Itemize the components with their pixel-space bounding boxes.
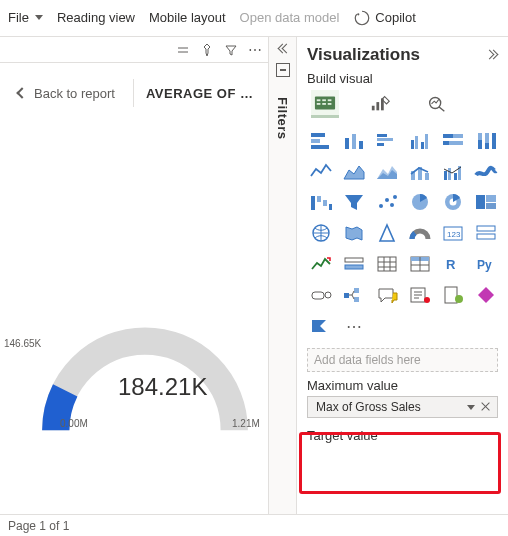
viz-clustered-column-icon[interactable]: [406, 128, 434, 152]
viz-waterfall-icon[interactable]: [307, 190, 335, 214]
viz-decomposition-tree-icon[interactable]: [340, 283, 368, 307]
svg-rect-5: [317, 103, 321, 105]
viz-clustered-bar-icon[interactable]: [373, 128, 401, 152]
svg-rect-20: [377, 143, 384, 146]
viz-azure-map-icon[interactable]: [373, 221, 401, 245]
filters-label: Filters: [275, 97, 290, 140]
visual-title: AVERAGE OF …: [146, 86, 254, 101]
svg-rect-69: [344, 293, 349, 298]
viz-scatter-icon[interactable]: [373, 190, 401, 214]
viz-filled-map-icon[interactable]: [340, 221, 368, 245]
back-to-report-button[interactable]: Back to report: [0, 86, 115, 101]
maximum-value-field-text: Max of Gross Sales: [316, 400, 421, 414]
visualizations-title: Visualizations: [307, 45, 420, 65]
viz-slicer-icon[interactable]: [340, 252, 368, 276]
viz-100-stacked-column-icon[interactable]: [472, 128, 500, 152]
viz-power-automate-icon[interactable]: [307, 314, 335, 338]
maximum-value-field[interactable]: Max of Gross Sales: [307, 396, 498, 418]
viz-qna-icon[interactable]: [373, 283, 401, 307]
viz-r-visual-icon[interactable]: R: [439, 252, 467, 276]
divider: [133, 79, 134, 107]
reading-view-button[interactable]: Reading view: [57, 10, 135, 25]
svg-rect-61: [345, 265, 363, 269]
svg-point-0: [357, 13, 359, 15]
drag-handle-icon[interactable]: [176, 43, 190, 57]
viz-more-button[interactable]: ⋯: [340, 314, 368, 338]
viz-power-apps-icon[interactable]: [472, 283, 500, 307]
remove-field-icon[interactable]: [479, 400, 493, 414]
viz-gauge-icon[interactable]: [406, 221, 434, 245]
svg-rect-12: [311, 133, 325, 137]
viz-stacked-area-icon[interactable]: [373, 159, 401, 183]
viz-area-icon[interactable]: [340, 159, 368, 183]
viz-table-icon[interactable]: [373, 252, 401, 276]
visual-toolbar: ⋯: [0, 37, 268, 63]
svg-rect-32: [485, 133, 489, 143]
viz-pie-icon[interactable]: [406, 190, 434, 214]
viz-funnel-icon[interactable]: [340, 190, 368, 214]
viz-paginated-report-icon[interactable]: [439, 283, 467, 307]
svg-rect-30: [478, 133, 482, 140]
target-value-label: Target value: [307, 428, 498, 443]
viz-key-influencers-icon[interactable]: [307, 283, 335, 307]
svg-rect-14: [311, 145, 329, 149]
svg-point-73: [424, 297, 430, 303]
report-canvas-column: ⋯ Back to report AVERAGE OF … 146.65K 18…: [0, 36, 268, 514]
pane-tabs: [311, 90, 498, 118]
viz-matrix-icon[interactable]: [406, 252, 434, 276]
svg-rect-4: [328, 99, 332, 101]
svg-point-46: [385, 198, 389, 202]
svg-rect-9: [376, 102, 379, 110]
top-menu-bar: File Reading view Mobile layout Open dat…: [0, 0, 508, 36]
copilot-button[interactable]: Copilot: [353, 9, 415, 27]
more-options-icon[interactable]: ⋯: [248, 43, 262, 57]
viz-line-icon[interactable]: [307, 159, 335, 183]
viz-ribbon-icon[interactable]: [472, 159, 500, 183]
filters-pane-collapsed[interactable]: Filters: [268, 36, 296, 514]
filters-pane-icon: [276, 63, 290, 77]
canvas-body[interactable]: Back to report AVERAGE OF … 146.65K 184.…: [0, 63, 268, 514]
filter-icon[interactable]: [224, 43, 238, 57]
tab-analytics[interactable]: [423, 90, 451, 118]
viz-100-stacked-bar-icon[interactable]: [439, 128, 467, 152]
viz-line-stacked-column-icon[interactable]: [406, 159, 434, 183]
viz-treemap-icon[interactable]: [472, 190, 500, 214]
viz-multi-row-card-icon[interactable]: [472, 221, 500, 245]
svg-rect-38: [448, 168, 451, 180]
svg-point-75: [455, 295, 463, 303]
svg-rect-22: [415, 136, 418, 149]
viz-line-clustered-column-icon[interactable]: [439, 159, 467, 183]
mobile-layout-button[interactable]: Mobile layout: [149, 10, 226, 25]
file-menu[interactable]: File: [8, 10, 43, 25]
tab-build-visual[interactable]: [311, 90, 339, 118]
svg-rect-7: [328, 103, 332, 105]
svg-rect-18: [377, 134, 387, 137]
collapse-right-icon[interactable]: [486, 49, 498, 61]
svg-rect-13: [311, 139, 320, 143]
chevron-down-icon[interactable]: [467, 405, 475, 410]
svg-rect-70: [354, 288, 359, 293]
gauge-value: 184.21K: [118, 373, 207, 401]
svg-rect-37: [444, 171, 447, 180]
svg-rect-67: [312, 292, 324, 299]
svg-rect-71: [354, 297, 359, 302]
viz-map-icon[interactable]: [307, 221, 335, 245]
viz-python-visual-icon[interactable]: Py: [472, 252, 500, 276]
viz-donut-icon[interactable]: [439, 190, 467, 214]
viz-stacked-column-icon[interactable]: [340, 128, 368, 152]
viz-kpi-icon[interactable]: [307, 252, 335, 276]
gauge-marker-label: 146.65K: [4, 338, 41, 349]
svg-rect-26: [453, 134, 463, 138]
svg-rect-41: [311, 196, 315, 210]
build-visual-label: Build visual: [307, 71, 373, 86]
tab-format-visual[interactable]: [367, 90, 395, 118]
svg-rect-24: [425, 134, 428, 149]
viz-smart-narrative-icon[interactable]: [406, 283, 434, 307]
expand-left-icon[interactable]: [277, 43, 289, 55]
viz-card-icon[interactable]: 123: [439, 221, 467, 245]
svg-rect-28: [449, 141, 463, 145]
pin-icon[interactable]: [200, 43, 214, 57]
svg-point-68: [325, 292, 331, 298]
viz-stacked-bar-icon[interactable]: [307, 128, 335, 152]
field-well-placeholder[interactable]: Add data fields here: [307, 348, 498, 372]
